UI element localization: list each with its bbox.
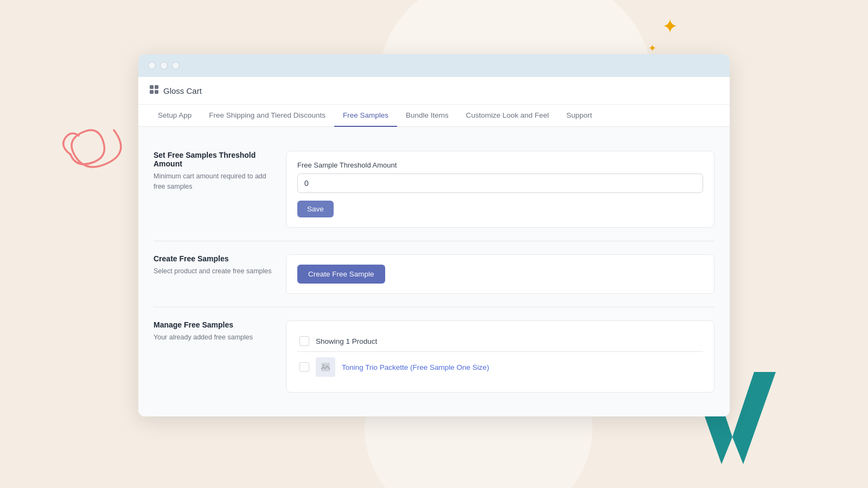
product-thumbnail bbox=[316, 357, 335, 377]
tab-shipping[interactable]: Free Shipping and Tiered Discounts bbox=[200, 105, 334, 127]
table-row: Toning Trio Packette (Free Sample One Si… bbox=[297, 352, 703, 382]
threshold-input[interactable] bbox=[297, 174, 703, 193]
threshold-title: Set Free Samples Threshold Amount bbox=[154, 151, 273, 168]
nav-tabs: Setup App Free Shipping and Tiered Disco… bbox=[138, 105, 730, 127]
window-dot-1 bbox=[148, 62, 156, 69]
browser-window: Gloss Cart Setup App Free Shipping and T… bbox=[138, 54, 730, 416]
product-name-link[interactable]: Toning Trio Packette (Free Sample One Si… bbox=[342, 363, 489, 371]
svg-rect-1 bbox=[155, 85, 158, 89]
window-dot-3 bbox=[172, 62, 180, 69]
tab-samples[interactable]: Free Samples bbox=[334, 105, 397, 127]
svg-rect-0 bbox=[150, 85, 154, 89]
svg-rect-3 bbox=[155, 90, 158, 94]
tab-bundles[interactable]: Bundle Items bbox=[397, 105, 457, 127]
tab-customize[interactable]: Customize Look and Feel bbox=[457, 105, 558, 127]
app-logo-icon bbox=[149, 85, 159, 97]
tab-support[interactable]: Support bbox=[558, 105, 601, 127]
sparkle-large-icon: ✦ bbox=[662, 15, 678, 38]
app-header: Gloss Cart bbox=[138, 77, 730, 105]
create-title: Create Free Samples bbox=[154, 254, 273, 263]
threshold-left: Set Free Samples Threshold Amount Minimu… bbox=[154, 151, 273, 192]
manage-section: Manage Free Samples Your already added f… bbox=[154, 307, 714, 406]
create-section: Create Free Samples Select product and c… bbox=[154, 241, 714, 307]
svg-point-5 bbox=[323, 364, 324, 366]
threshold-desc: Minimum cart amount required to add free… bbox=[154, 171, 273, 192]
manage-title: Manage Free Samples bbox=[154, 320, 273, 329]
select-all-checkbox[interactable] bbox=[299, 336, 309, 346]
manage-right: Showing 1 Product Toning Trio Pack bbox=[286, 320, 714, 393]
save-button[interactable]: Save bbox=[297, 201, 334, 217]
sparkle-small-icon: ✦ bbox=[648, 42, 656, 54]
row-checkbox[interactable] bbox=[299, 362, 309, 372]
app-name: Gloss Cart bbox=[163, 86, 202, 95]
svg-rect-2 bbox=[150, 90, 154, 94]
create-desc: Select product and create free samples bbox=[154, 266, 273, 277]
window-dot-2 bbox=[160, 62, 168, 69]
threshold-section: Set Free Samples Threshold Amount Minimu… bbox=[154, 138, 714, 241]
content-area: Set Free Samples Threshold Amount Minimu… bbox=[138, 127, 730, 416]
create-free-sample-button[interactable]: Create Free Sample bbox=[297, 265, 385, 284]
manage-desc: Your already added free samples bbox=[154, 332, 273, 343]
threshold-right: Free Sample Threshold Amount Save bbox=[286, 151, 714, 228]
threshold-field-label: Free Sample Threshold Amount bbox=[297, 161, 703, 169]
tab-setup[interactable]: Setup App bbox=[149, 105, 200, 127]
table-header-row: Showing 1 Product bbox=[297, 331, 703, 352]
create-left: Create Free Samples Select product and c… bbox=[154, 254, 273, 277]
browser-titlebar bbox=[138, 54, 730, 77]
create-right: Create Free Sample bbox=[286, 254, 714, 294]
manage-left: Manage Free Samples Your already added f… bbox=[154, 320, 273, 343]
samples-table: Showing 1 Product Toning Trio Pack bbox=[297, 331, 703, 382]
table-header-text: Showing 1 Product bbox=[316, 337, 377, 345]
pink-swirl-decoration bbox=[43, 119, 130, 197]
